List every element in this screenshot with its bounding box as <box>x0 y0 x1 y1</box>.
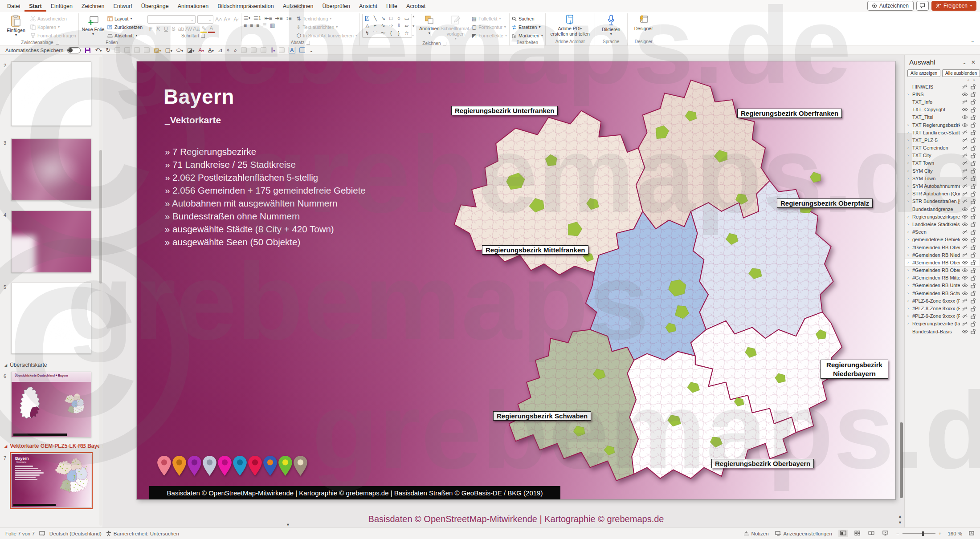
decrease-indent-button[interactable]: ⇤≡ <box>264 16 272 21</box>
menu-tab[interactable]: Übergänge <box>137 0 173 12</box>
visibility-toggle[interactable] <box>960 283 970 288</box>
menu-tab[interactable]: Ansicht <box>355 0 382 12</box>
layer-row[interactable]: › TXT_PLZ-5 <box>905 136 980 144</box>
map-label-mittelfranken[interactable]: Regierungsbezirk Mittelfranken <box>482 245 588 255</box>
increase-indent-button[interactable]: ⇥≡ <box>275 16 282 21</box>
replace-button[interactable]: Ersetzen ▾ <box>512 23 543 31</box>
expand-chevron-icon[interactable]: › <box>907 237 912 242</box>
lock-toggle[interactable] <box>970 229 976 235</box>
map-pin-icon[interactable] <box>233 456 247 478</box>
expand-chevron-icon[interactable]: › <box>907 299 912 303</box>
layer-row[interactable]: › TXT City <box>905 152 980 159</box>
visibility-toggle[interactable] <box>960 230 970 235</box>
expand-chevron-icon[interactable]: › <box>907 253 912 257</box>
map-label-oberbayern[interactable]: Regierungsbezirk Oberbayern <box>711 459 814 468</box>
visibility-toggle[interactable] <box>960 138 970 142</box>
display-settings-button[interactable]: Anzeigeeinstellungen <box>775 531 832 536</box>
lock-toggle[interactable] <box>970 283 976 288</box>
columns-button[interactable]: ▥ <box>270 23 275 28</box>
expand-chevron-icon[interactable]: › <box>907 283 912 288</box>
expand-chevron-icon[interactable]: › <box>907 260 912 265</box>
next-slide-icon[interactable]: ▼ <box>898 520 902 525</box>
visibility-toggle[interactable] <box>960 245 970 250</box>
lock-toggle[interactable] <box>970 91 976 97</box>
visibility-toggle[interactable] <box>960 329 970 334</box>
visibility-toggle[interactable] <box>960 130 970 135</box>
slide-thumbnail-6[interactable]: Übersichtskarte Deutschland + Bayern <box>11 372 91 438</box>
map-pin-icon[interactable] <box>278 456 292 478</box>
menu-tab[interactable]: Bildschirmpräsentation <box>213 0 278 12</box>
visibility-toggle[interactable] <box>960 161 970 166</box>
lock-toggle[interactable] <box>970 145 976 151</box>
map-pin-icon[interactable] <box>157 456 171 478</box>
lock-toggle[interactable] <box>970 153 976 158</box>
visibility-toggle[interactable] <box>960 222 970 227</box>
map-label-schwaben[interactable]: Regierungsbezirk Schwaben <box>493 411 591 421</box>
expand-chevron-icon[interactable]: › <box>907 161 912 165</box>
expand-chevron-icon[interactable]: › <box>907 306 912 311</box>
dialog-launcher-icon[interactable] <box>443 42 446 45</box>
textbox-icon[interactable]: 🄰 <box>289 47 295 53</box>
sidebar-scrollbar[interactable] <box>99 57 102 526</box>
slide-thumbnail-4[interactable] <box>11 211 91 273</box>
slide-7-canvas[interactable]: Bayern _Vektorkarte » 7 Regierungsbezirk… <box>137 61 895 499</box>
shapes-gallery[interactable]: A ╲↘ □○▭ △⌐∿ ⇨⇩▱ ↯⌒〜 {}☆ <box>362 14 412 38</box>
layer-row[interactable]: › #Seen <box>905 228 980 236</box>
layout-button[interactable]: Layout ▾ <box>107 15 143 23</box>
cut-button[interactable]: Ausschneiden <box>30 15 76 23</box>
zoom-level[interactable]: 160 % <box>947 531 962 536</box>
layer-row[interactable]: › #PLZ-8-Zone 8xxxx (Polygo… <box>905 304 980 312</box>
layer-row[interactable]: › Regierungsbezirke (farbig) <box>905 320 980 328</box>
lock-toggle[interactable] <box>970 244 976 250</box>
clear-formatting-button[interactable]: A̷ <box>232 16 239 23</box>
lock-toggle[interactable] <box>970 99 976 105</box>
layer-row[interactable]: › TXT_Titel <box>905 113 980 121</box>
quick-styles-button[interactable]: Schnellformat-vorlagen ▾ <box>444 14 468 41</box>
map-label-oberpfalz[interactable]: Regierungsbezirk Oberpfalz <box>777 199 873 208</box>
pane-options-icon[interactable]: ⌄ <box>962 59 967 65</box>
zoom-out-icon[interactable]: − <box>896 531 899 536</box>
normal-view-button[interactable] <box>838 530 848 537</box>
layer-row[interactable]: › HINWEIS <box>905 83 980 90</box>
find-button[interactable]: Suchen <box>512 15 543 23</box>
visibility-toggle[interactable] <box>960 168 970 173</box>
justify-button[interactable]: ≣ <box>262 23 267 28</box>
underline-button[interactable]: U <box>163 26 169 32</box>
save-icon[interactable] <box>85 47 91 53</box>
paste-special-icon[interactable] <box>134 47 140 53</box>
menu-tab[interactable]: Start <box>24 0 46 12</box>
copy-slide-icon[interactable] <box>114 47 120 53</box>
shape-fill-button[interactable]: ▨Fülleffekt▾ <box>472 15 507 23</box>
lock-toggle[interactable] <box>970 160 976 166</box>
align-left-button[interactable]: ≡ <box>244 23 247 28</box>
layer-row[interactable]: › TXT_Info <box>905 98 980 105</box>
visibility-toggle[interactable] <box>960 123 970 127</box>
copy-button[interactable]: Kopieren ▾ <box>30 23 76 31</box>
lock-toggle[interactable] <box>970 259 976 265</box>
layer-row[interactable]: › Landkreise-Stadtkreise (ohn… <box>905 220 980 228</box>
layer-row[interactable]: › #Gemeinden RB Oberpfalz <box>905 259 980 266</box>
visibility-toggle[interactable] <box>960 268 970 272</box>
shrink-font-button[interactable]: A˅ <box>224 16 230 23</box>
visibility-toggle[interactable] <box>960 314 970 319</box>
share-button[interactable]: Freigeben ▾ <box>931 1 976 11</box>
reading-view-button[interactable] <box>866 530 876 537</box>
lock-toggle[interactable] <box>970 168 976 174</box>
collapse-ribbon-icon[interactable]: ⌄ <box>971 38 975 44</box>
map-pin-icon[interactable] <box>294 456 307 478</box>
italic-button[interactable]: K <box>155 26 162 32</box>
format-painter-small-icon[interactable]: ⊿ <box>218 47 223 53</box>
layer-row[interactable]: › SYM Town <box>905 174 980 182</box>
layer-row[interactable]: › PINS <box>905 90 980 98</box>
copies-icon[interactable] <box>144 47 150 53</box>
expand-chevron-icon[interactable]: › <box>907 199 912 203</box>
visibility-toggle[interactable] <box>960 207 970 211</box>
lock-toggle[interactable] <box>970 130 976 135</box>
designer-button[interactable]: Designer <box>632 14 656 31</box>
map-label-oberfranken[interactable]: Regierungsbezirk Oberfranken <box>737 109 842 118</box>
fill-bucket-icon[interactable]: ▨▾ <box>154 47 161 53</box>
lock-toggle[interactable] <box>970 267 976 273</box>
duplicate-icon[interactable] <box>124 47 130 53</box>
expand-chevron-icon[interactable]: › <box>907 191 912 196</box>
expand-chevron-icon[interactable]: › <box>907 215 912 219</box>
